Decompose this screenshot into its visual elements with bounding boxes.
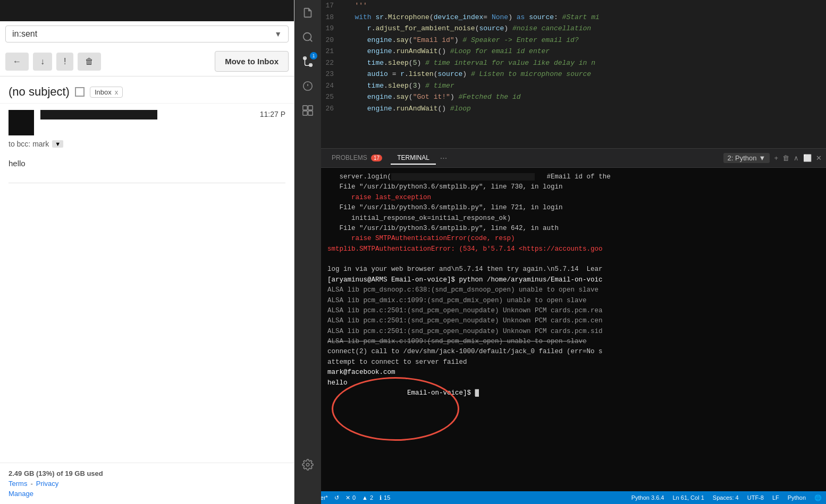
code-line-21: 21 engine.runAndWait() #Loop for email i… [321, 46, 826, 57]
email-header-row: 11:27 P [9, 110, 285, 135]
terminal-line: mark@facebook.com [327, 368, 820, 378]
terminal-line: initial_response_ok=initial_response_ok) [327, 213, 820, 224]
code-line-22: 22 time.sleep(5) # time interval for val… [321, 57, 826, 69]
panel-close-button[interactable]: ✕ [816, 154, 822, 162]
language[interactable]: Python [788, 494, 806, 501]
email-message: hello [9, 155, 285, 172]
terminal-line: ALSA lib pcm.c:2501:(snd_pcm_open_noupda… [327, 316, 820, 326]
email-subject-area: (no subject) Inbox x [0, 76, 294, 104]
code-line-24: 24 time.sleep(3) # timer [321, 80, 826, 92]
email-body: 11:27 P to bcc: mark ▼ hello [0, 104, 294, 463]
terminal-line: ALSA lib pcm.c:2501:(snd_pcm_open_noupda… [327, 327, 820, 337]
sidebar-icon-source-control[interactable]: 1 [300, 54, 315, 69]
move-to-inbox-button[interactable]: Move to Inbox [215, 51, 289, 72]
python-selector[interactable]: 2: Python ▼ [723, 153, 770, 163]
report-button[interactable]: ! [56, 53, 73, 71]
svg-point-9 [306, 463, 309, 466]
gmail-topbar [0, 0, 294, 21]
privacy-link[interactable]: Privacy [36, 480, 59, 488]
terminal-line: hello [327, 378, 820, 388]
info-count: 15 [384, 494, 390, 501]
bcc-dropdown-button[interactable]: ▼ [52, 140, 63, 148]
back-button[interactable]: ← [5, 53, 29, 71]
sidebar-icon-extensions[interactable] [300, 103, 315, 118]
sidebar-icon-files[interactable] [300, 5, 315, 20]
email-checkbox[interactable] [75, 87, 85, 97]
svg-rect-7 [303, 111, 307, 115]
panel-maximize-button[interactable]: ⬜ [803, 154, 812, 162]
line-ending[interactable]: LF [772, 494, 779, 501]
tab-terminal[interactable]: TERMINAL [391, 152, 436, 165]
tab-problems[interactable]: PROBLEMS 17 [325, 152, 389, 165]
terminal-line [327, 254, 820, 264]
email-subject: (no subject) [9, 85, 70, 99]
encoding[interactable]: UTF-8 [747, 494, 764, 501]
terminal-line: server.login(███████████████████████████… [327, 172, 820, 182]
panel-up-button[interactable]: ∧ [794, 154, 799, 162]
label-close-icon[interactable]: x [115, 88, 119, 96]
sync-button[interactable]: ↺ [334, 494, 339, 501]
search-bar[interactable]: in:sent ▼ [5, 25, 289, 42]
terminal-line: raise last_exception [327, 193, 820, 203]
warnings-count[interactable]: ▲ 2 [362, 494, 373, 501]
manage-link[interactable]: Manage [9, 490, 285, 498]
inbox-label: Inbox x [90, 87, 123, 98]
python-selector-chevron: ▼ [759, 154, 766, 162]
vscode-panel: 1 17 ''' 18 with sr.Microphone(device_in… [294, 0, 826, 504]
terminal-line: ALSA lib pcm_dmix.c:1099:(snd_pcm_dmix_o… [327, 296, 820, 306]
svg-rect-8 [308, 111, 313, 115]
globe-icon: 🌐 [814, 494, 822, 501]
move-inbox-label: Move to Inbox [225, 57, 279, 66]
ln-col[interactable]: Ln 61, Col 1 [672, 494, 704, 501]
code-line-26: 26 engine.runAndWait() #loop [321, 103, 826, 115]
terminal-line: connect(2) call to /dev/shm/jack-1000/de… [327, 347, 820, 357]
error-count: 0 [352, 494, 356, 501]
terminal-controls: 2: Python ▼ + 🗑 ∧ ⬜ ✕ [723, 153, 822, 163]
delete-button[interactable]: 🗑 [78, 53, 101, 71]
code-line-19: 19 r.adjust_for_ambient_noise(source) #n… [321, 23, 826, 35]
spaces[interactable]: Spaces: 4 [713, 494, 739, 501]
back-icon: ← [13, 57, 21, 66]
terminal-body[interactable]: server.login(███████████████████████████… [321, 168, 826, 491]
terminal-line: smtplib.SMTPAuthenticationError: (534, b… [327, 244, 820, 254]
status-bar: ⎇ master* ↺ ✕ 0 ▲ 2 ℹ 15 Python 3.6.4 Ln… [294, 491, 826, 504]
terminal-line: log in via your web browser and\n5.7.14 … [327, 264, 820, 275]
terminal-line: ALSA lib pcm_dsnoop.c:638:(snd_pcm_dsnoo… [327, 285, 820, 295]
sidebar-icon-search[interactable] [300, 30, 315, 45]
to-bcc-row: to bcc: mark ▼ [9, 140, 285, 148]
code-editor: 17 ''' 18 with sr.Microphone(device_inde… [321, 0, 826, 149]
code-line-25: 25 engine.say("Got it!") #Fetched the id [321, 91, 826, 103]
sidebar-icon-debug[interactable] [300, 79, 315, 93]
new-terminal-button[interactable]: + [774, 154, 778, 162]
search-dropdown-icon[interactable]: ▼ [274, 30, 282, 38]
search-value: in:sent [12, 29, 37, 39]
warning-count: 2 [370, 494, 373, 501]
problems-badge: 17 [371, 155, 382, 161]
delete-icon: 🗑 [85, 57, 94, 66]
vscode-sidebar: 1 [294, 0, 321, 504]
toolbar: ← ↓ ! 🗑 Move to Inbox [0, 47, 294, 76]
errors-count[interactable]: ✕ 0 [345, 494, 356, 501]
source-control-badge: 1 [310, 52, 317, 59]
email-divider [9, 183, 285, 183]
avatar [9, 110, 34, 135]
svg-point-0 [304, 33, 311, 41]
tab-dots[interactable]: ··· [440, 153, 447, 163]
kill-terminal-button[interactable]: 🗑 [782, 154, 789, 162]
archive-button[interactable]: ↓ [33, 53, 52, 71]
svg-rect-6 [308, 106, 313, 110]
terminal-line: [aryaminus@ARMS Email-on-voice]$ python … [327, 275, 820, 285]
svg-line-1 [310, 39, 312, 41]
terms-link[interactable]: Terms [9, 480, 27, 488]
svg-rect-5 [303, 106, 307, 110]
info-count[interactable]: ℹ 15 [380, 494, 390, 501]
terminal-panel: PROBLEMS 17 TERMINAL ··· 2: Python ▼ + 🗑… [321, 149, 826, 491]
label-text: Inbox [95, 88, 112, 96]
python-version[interactable]: Python 3.6.4 [631, 494, 664, 501]
status-right: Python 3.6.4 Ln 61, Col 1 Spaces: 4 UTF-… [631, 494, 822, 501]
gmail-footer: 2.49 GB (13%) of 19 GB used Terms - Priv… [0, 463, 294, 504]
gear-icon[interactable] [300, 457, 315, 472]
sender-bar-redacted [40, 110, 157, 119]
terminal-line: ALSA lib pcm.c:2501:(snd_pcm_open_noupda… [327, 306, 820, 316]
code-line-17: 17 ''' [321, 0, 826, 12]
